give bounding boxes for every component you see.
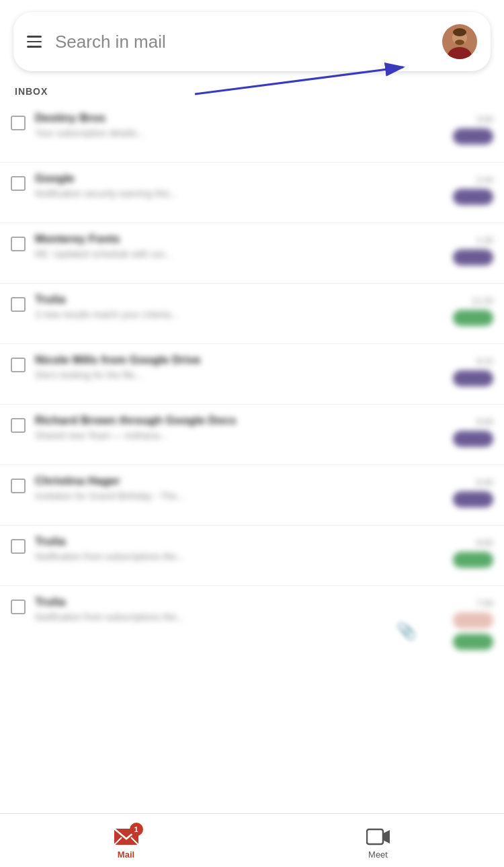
email-item-4[interactable]: Trulia 3 new results match your criteria… <box>0 284 504 344</box>
checkbox-9[interactable] <box>11 600 26 614</box>
checkbox-5[interactable] <box>11 358 26 372</box>
nav-meet[interactable]: Meet <box>252 821 504 860</box>
email-item-6[interactable]: Richard Brown through Google Docs Shared… <box>0 405 504 465</box>
email-content-6: Richard Brown through Google Docs Shared… <box>35 414 446 441</box>
email-meta-2: 2:44 <box>453 175 493 205</box>
email-content-8: Trulia Notification from subscriptions t… <box>35 535 446 562</box>
svg-point-4 <box>455 40 464 45</box>
svg-point-3 <box>453 28 466 36</box>
checkbox-4[interactable] <box>11 297 26 312</box>
search-bar[interactable]: Search in mail <box>13 12 491 71</box>
email-meta-4: 12:20 <box>453 296 493 326</box>
svg-rect-10 <box>367 829 383 844</box>
svg-marker-11 <box>383 830 390 843</box>
menu-icon[interactable] <box>27 36 42 48</box>
checkbox-7[interactable] <box>11 479 26 493</box>
email-item-1[interactable]: Destiny Bros Your subscription details..… <box>0 102 504 163</box>
mail-icon-wrapper: 1 <box>114 827 139 847</box>
email-item-5[interactable]: Nicole Mills from Google Drive She's loo… <box>0 344 504 405</box>
attachment-icon: 📎 <box>396 622 417 641</box>
email-item-7[interactable]: Christina Hager Invitation for Grand Bir… <box>0 465 504 526</box>
checkbox-1[interactable] <box>11 116 26 130</box>
email-content-1: Destiny Bros Your subscription details..… <box>35 112 446 138</box>
checkbox-8[interactable] <box>11 539 26 554</box>
nav-mail[interactable]: 1 Mail <box>0 821 252 860</box>
email-item-2[interactable]: Google Notification security warning thi… <box>0 163 504 223</box>
mail-badge-count: 1 <box>130 823 143 836</box>
email-content-3: Monterey Fonts RE: Updated schedule with… <box>35 233 446 259</box>
checkbox-2[interactable] <box>11 176 26 191</box>
meet-icon <box>366 827 390 847</box>
mail-nav-label: Mail <box>118 850 134 860</box>
checkbox-6[interactable] <box>11 418 26 433</box>
checkbox-3[interactable] <box>11 237 26 251</box>
email-meta-8: 8:00 <box>453 538 493 568</box>
email-content-4: Trulia 3 new results match your criteria… <box>35 293 446 320</box>
email-meta-5: 9:15 <box>453 356 493 386</box>
email-item-3[interactable]: Monterey Fonts RE: Updated schedule with… <box>0 223 504 284</box>
search-placeholder[interactable]: Search in mail <box>55 32 442 52</box>
email-meta-7: 8:40 <box>453 477 493 507</box>
email-item-9[interactable]: Trulia Notification from subscriptions t… <box>0 586 504 659</box>
email-content-5: Nicole Mills from Google Drive She's loo… <box>35 354 446 380</box>
email-content-2: Google Notification security warning thi… <box>35 172 446 199</box>
email-content-7: Christina Hager Invitation for Grand Bir… <box>35 474 446 501</box>
email-list: Destiny Bros Your subscription details..… <box>0 102 504 659</box>
email-content-9: Trulia Notification from subscriptions t… <box>35 595 446 622</box>
meet-icon-wrapper <box>366 827 390 847</box>
email-item-8[interactable]: Trulia Notification from subscriptions t… <box>0 526 504 586</box>
meet-nav-label: Meet <box>368 850 388 860</box>
user-avatar[interactable] <box>442 24 477 59</box>
email-meta-1: 3:00 <box>453 114 493 144</box>
email-meta-6: 9:00 <box>453 417 493 447</box>
email-meta-3: 1:30 <box>453 235 493 265</box>
email-meta-9: 7:50 <box>453 598 493 650</box>
bottom-navigation: 1 Mail Meet <box>0 813 504 867</box>
inbox-label: INBOX <box>0 78 504 102</box>
